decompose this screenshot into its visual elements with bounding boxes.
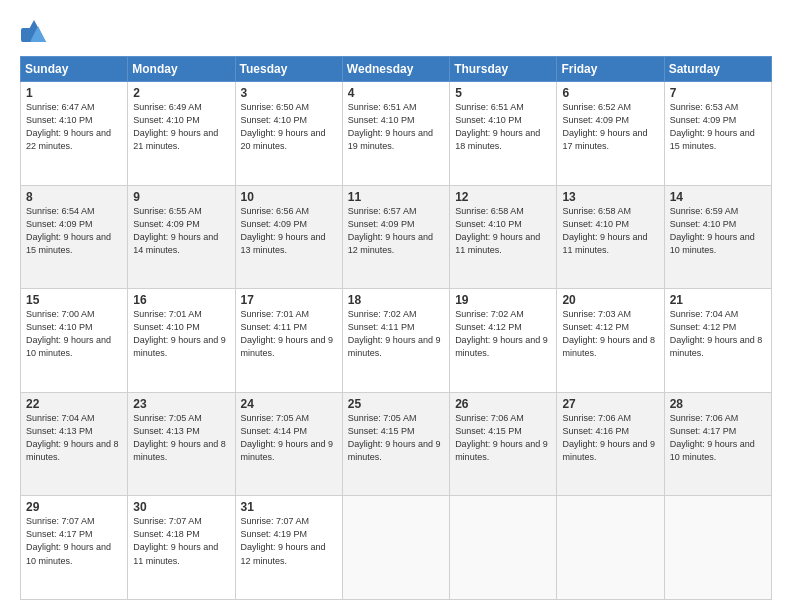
- calendar-cell: 5 Sunrise: 6:51 AM Sunset: 4:10 PM Dayli…: [450, 82, 557, 186]
- day-detail: Sunrise: 7:07 AM Sunset: 4:19 PM Dayligh…: [241, 515, 337, 567]
- day-detail: Sunrise: 7:02 AM Sunset: 4:12 PM Dayligh…: [455, 308, 551, 360]
- day-number: 3: [241, 86, 337, 100]
- day-detail: Sunrise: 7:06 AM Sunset: 4:17 PM Dayligh…: [670, 412, 766, 464]
- day-detail: Sunrise: 7:05 AM Sunset: 4:13 PM Dayligh…: [133, 412, 229, 464]
- day-number: 29: [26, 500, 122, 514]
- calendar-cell: [450, 496, 557, 600]
- day-detail: Sunrise: 7:04 AM Sunset: 4:13 PM Dayligh…: [26, 412, 122, 464]
- day-detail: Sunrise: 7:06 AM Sunset: 4:15 PM Dayligh…: [455, 412, 551, 464]
- day-detail: Sunrise: 6:56 AM Sunset: 4:09 PM Dayligh…: [241, 205, 337, 257]
- col-header-saturday: Saturday: [664, 57, 771, 82]
- day-detail: Sunrise: 7:00 AM Sunset: 4:10 PM Dayligh…: [26, 308, 122, 360]
- day-detail: Sunrise: 6:53 AM Sunset: 4:09 PM Dayligh…: [670, 101, 766, 153]
- calendar-cell: [664, 496, 771, 600]
- calendar-cell: 1 Sunrise: 6:47 AM Sunset: 4:10 PM Dayli…: [21, 82, 128, 186]
- calendar-cell: 16 Sunrise: 7:01 AM Sunset: 4:10 PM Dayl…: [128, 289, 235, 393]
- calendar-cell: 26 Sunrise: 7:06 AM Sunset: 4:15 PM Dayl…: [450, 392, 557, 496]
- calendar-header-row: SundayMondayTuesdayWednesdayThursdayFrid…: [21, 57, 772, 82]
- day-detail: Sunrise: 6:51 AM Sunset: 4:10 PM Dayligh…: [348, 101, 444, 153]
- calendar-cell: 23 Sunrise: 7:05 AM Sunset: 4:13 PM Dayl…: [128, 392, 235, 496]
- calendar-week-row: 29 Sunrise: 7:07 AM Sunset: 4:17 PM Dayl…: [21, 496, 772, 600]
- day-number: 7: [670, 86, 766, 100]
- calendar-cell: 12 Sunrise: 6:58 AM Sunset: 4:10 PM Dayl…: [450, 185, 557, 289]
- calendar-week-row: 22 Sunrise: 7:04 AM Sunset: 4:13 PM Dayl…: [21, 392, 772, 496]
- day-detail: Sunrise: 6:57 AM Sunset: 4:09 PM Dayligh…: [348, 205, 444, 257]
- col-header-wednesday: Wednesday: [342, 57, 449, 82]
- calendar-cell: 13 Sunrise: 6:58 AM Sunset: 4:10 PM Dayl…: [557, 185, 664, 289]
- calendar-cell: 20 Sunrise: 7:03 AM Sunset: 4:12 PM Dayl…: [557, 289, 664, 393]
- calendar-cell: 31 Sunrise: 7:07 AM Sunset: 4:19 PM Dayl…: [235, 496, 342, 600]
- calendar-cell: 11 Sunrise: 6:57 AM Sunset: 4:09 PM Dayl…: [342, 185, 449, 289]
- day-detail: Sunrise: 7:07 AM Sunset: 4:17 PM Dayligh…: [26, 515, 122, 567]
- day-number: 2: [133, 86, 229, 100]
- calendar-cell: 29 Sunrise: 7:07 AM Sunset: 4:17 PM Dayl…: [21, 496, 128, 600]
- day-number: 12: [455, 190, 551, 204]
- day-number: 5: [455, 86, 551, 100]
- day-detail: Sunrise: 7:01 AM Sunset: 4:10 PM Dayligh…: [133, 308, 229, 360]
- calendar-cell: 6 Sunrise: 6:52 AM Sunset: 4:09 PM Dayli…: [557, 82, 664, 186]
- calendar-cell: 2 Sunrise: 6:49 AM Sunset: 4:10 PM Dayli…: [128, 82, 235, 186]
- day-number: 26: [455, 397, 551, 411]
- svg-rect-2: [21, 28, 31, 42]
- day-number: 11: [348, 190, 444, 204]
- day-number: 22: [26, 397, 122, 411]
- calendar-cell: 28 Sunrise: 7:06 AM Sunset: 4:17 PM Dayl…: [664, 392, 771, 496]
- day-number: 16: [133, 293, 229, 307]
- day-number: 30: [133, 500, 229, 514]
- day-detail: Sunrise: 6:59 AM Sunset: 4:10 PM Dayligh…: [670, 205, 766, 257]
- calendar-table: SundayMondayTuesdayWednesdayThursdayFrid…: [20, 56, 772, 600]
- header: [20, 18, 772, 46]
- day-number: 4: [348, 86, 444, 100]
- day-detail: Sunrise: 7:06 AM Sunset: 4:16 PM Dayligh…: [562, 412, 658, 464]
- day-detail: Sunrise: 6:54 AM Sunset: 4:09 PM Dayligh…: [26, 205, 122, 257]
- day-detail: Sunrise: 7:02 AM Sunset: 4:11 PM Dayligh…: [348, 308, 444, 360]
- day-number: 24: [241, 397, 337, 411]
- calendar-cell: 3 Sunrise: 6:50 AM Sunset: 4:10 PM Dayli…: [235, 82, 342, 186]
- calendar-cell: 22 Sunrise: 7:04 AM Sunset: 4:13 PM Dayl…: [21, 392, 128, 496]
- day-detail: Sunrise: 6:52 AM Sunset: 4:09 PM Dayligh…: [562, 101, 658, 153]
- day-detail: Sunrise: 6:49 AM Sunset: 4:10 PM Dayligh…: [133, 101, 229, 153]
- day-number: 23: [133, 397, 229, 411]
- calendar-cell: 18 Sunrise: 7:02 AM Sunset: 4:11 PM Dayl…: [342, 289, 449, 393]
- col-header-sunday: Sunday: [21, 57, 128, 82]
- calendar-cell: 9 Sunrise: 6:55 AM Sunset: 4:09 PM Dayli…: [128, 185, 235, 289]
- calendar-cell: 7 Sunrise: 6:53 AM Sunset: 4:09 PM Dayli…: [664, 82, 771, 186]
- day-detail: Sunrise: 7:05 AM Sunset: 4:15 PM Dayligh…: [348, 412, 444, 464]
- day-number: 13: [562, 190, 658, 204]
- day-number: 28: [670, 397, 766, 411]
- calendar-cell: 25 Sunrise: 7:05 AM Sunset: 4:15 PM Dayl…: [342, 392, 449, 496]
- day-number: 21: [670, 293, 766, 307]
- calendar-cell: 27 Sunrise: 7:06 AM Sunset: 4:16 PM Dayl…: [557, 392, 664, 496]
- day-number: 19: [455, 293, 551, 307]
- logo-icon: [20, 18, 48, 46]
- col-header-tuesday: Tuesday: [235, 57, 342, 82]
- calendar-cell: 17 Sunrise: 7:01 AM Sunset: 4:11 PM Dayl…: [235, 289, 342, 393]
- day-detail: Sunrise: 6:51 AM Sunset: 4:10 PM Dayligh…: [455, 101, 551, 153]
- day-detail: Sunrise: 7:01 AM Sunset: 4:11 PM Dayligh…: [241, 308, 337, 360]
- calendar-week-row: 8 Sunrise: 6:54 AM Sunset: 4:09 PM Dayli…: [21, 185, 772, 289]
- calendar-cell: 8 Sunrise: 6:54 AM Sunset: 4:09 PM Dayli…: [21, 185, 128, 289]
- calendar-cell: [557, 496, 664, 600]
- calendar-cell: 19 Sunrise: 7:02 AM Sunset: 4:12 PM Dayl…: [450, 289, 557, 393]
- day-number: 18: [348, 293, 444, 307]
- calendar-week-row: 15 Sunrise: 7:00 AM Sunset: 4:10 PM Dayl…: [21, 289, 772, 393]
- day-number: 8: [26, 190, 122, 204]
- day-number: 10: [241, 190, 337, 204]
- day-detail: Sunrise: 7:04 AM Sunset: 4:12 PM Dayligh…: [670, 308, 766, 360]
- day-detail: Sunrise: 7:05 AM Sunset: 4:14 PM Dayligh…: [241, 412, 337, 464]
- day-number: 20: [562, 293, 658, 307]
- day-number: 14: [670, 190, 766, 204]
- calendar-cell: 15 Sunrise: 7:00 AM Sunset: 4:10 PM Dayl…: [21, 289, 128, 393]
- day-detail: Sunrise: 6:58 AM Sunset: 4:10 PM Dayligh…: [455, 205, 551, 257]
- day-detail: Sunrise: 7:03 AM Sunset: 4:12 PM Dayligh…: [562, 308, 658, 360]
- day-detail: Sunrise: 6:58 AM Sunset: 4:10 PM Dayligh…: [562, 205, 658, 257]
- day-number: 31: [241, 500, 337, 514]
- page: SundayMondayTuesdayWednesdayThursdayFrid…: [0, 0, 792, 612]
- day-detail: Sunrise: 7:07 AM Sunset: 4:18 PM Dayligh…: [133, 515, 229, 567]
- day-detail: Sunrise: 6:55 AM Sunset: 4:09 PM Dayligh…: [133, 205, 229, 257]
- calendar-cell: 10 Sunrise: 6:56 AM Sunset: 4:09 PM Dayl…: [235, 185, 342, 289]
- day-detail: Sunrise: 6:50 AM Sunset: 4:10 PM Dayligh…: [241, 101, 337, 153]
- calendar-cell: 24 Sunrise: 7:05 AM Sunset: 4:14 PM Dayl…: [235, 392, 342, 496]
- day-number: 25: [348, 397, 444, 411]
- calendar-cell: 14 Sunrise: 6:59 AM Sunset: 4:10 PM Dayl…: [664, 185, 771, 289]
